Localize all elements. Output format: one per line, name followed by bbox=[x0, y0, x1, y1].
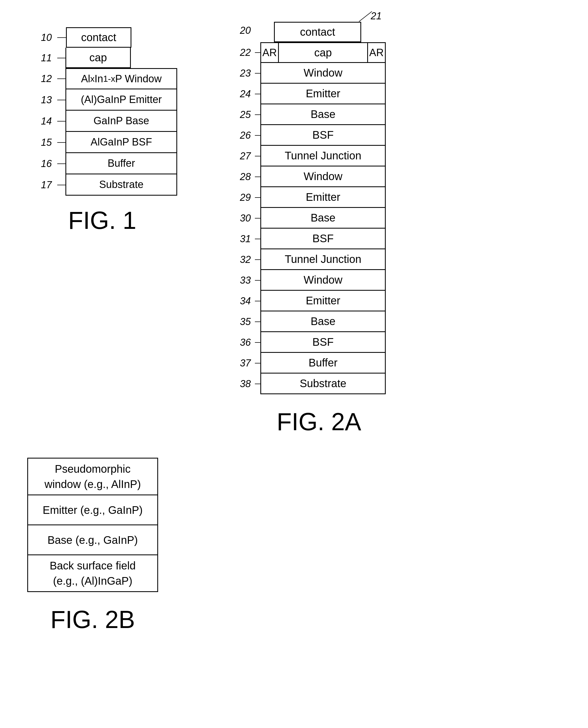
layer-num-16: 16 bbox=[27, 158, 52, 170]
table-row: 35 Base bbox=[226, 311, 412, 332]
table-row: 17 Substrate bbox=[27, 174, 177, 196]
table-row: 22 AR cap AR bbox=[226, 42, 412, 63]
layer-box-cap: cap bbox=[65, 48, 131, 68]
table-row: 26 BSF bbox=[226, 125, 412, 146]
layer-num-25: 25 bbox=[226, 109, 251, 120]
fig2b-text-2: Base (e.g., GaInP) bbox=[47, 533, 138, 547]
layer-box-13: (Al)GaInP Emitter bbox=[65, 89, 177, 111]
table-row: 31 BSF bbox=[226, 228, 412, 249]
top-row: 10 contact 11 cap bbox=[27, 22, 561, 436]
layer-num-38: 38 bbox=[226, 378, 251, 390]
layer-24: Emitter bbox=[260, 84, 386, 104]
table-row: 32 Tunnel Junction bbox=[226, 249, 412, 270]
fig2b-stack: Pseudomorphicwindow (e.g., AlInP) Emitte… bbox=[27, 458, 158, 592]
ar-left: AR bbox=[260, 42, 279, 63]
table-row: 25 Base bbox=[226, 104, 412, 125]
table-row: 30 Base bbox=[226, 208, 412, 228]
table-row: 11 cap bbox=[27, 48, 177, 68]
table-row: 10 contact bbox=[27, 27, 177, 48]
layer-32: Tunnel Junction bbox=[260, 249, 386, 270]
layer-box-17: Substrate bbox=[65, 174, 177, 196]
layer-box-contact-2a: contact bbox=[274, 22, 361, 42]
fig2b-cell-2: Base (e.g., GaInP) bbox=[28, 525, 157, 555]
fig2a-title: FIG. 2A bbox=[277, 408, 361, 436]
layer-num-11: 11 bbox=[27, 52, 52, 64]
layer-num-10: 10 bbox=[27, 32, 52, 43]
table-row: 27 Tunnel Junction bbox=[226, 146, 412, 167]
layer-35: Base bbox=[260, 311, 386, 332]
layer-num-35: 35 bbox=[226, 316, 251, 328]
layer-num-12: 12 bbox=[27, 73, 52, 85]
table-row: 38 Substrate bbox=[226, 374, 412, 394]
fig1-stack-wrapper: 10 contact 11 cap bbox=[27, 27, 177, 196]
layer-num-34: 34 bbox=[226, 295, 251, 307]
layer-num-32: 32 bbox=[226, 254, 251, 265]
table-row: 36 BSF bbox=[226, 332, 412, 353]
fig2b-cell-3: Back surface field(e.g., (Al)InGaP) bbox=[28, 555, 157, 591]
layer-23: Window bbox=[260, 63, 386, 84]
layer-num-14: 14 bbox=[27, 115, 52, 127]
layer-num-33: 33 bbox=[226, 274, 251, 286]
layer-box-15: AlGaInP BSF bbox=[65, 132, 177, 153]
fig1-section: 10 contact 11 cap bbox=[27, 22, 177, 235]
layer-34: Emitter bbox=[260, 291, 386, 311]
fig2b-cell-1: Emitter (e.g., GaInP) bbox=[28, 495, 157, 525]
layer-num-27: 27 bbox=[226, 150, 251, 162]
layer-num-23: 23 bbox=[226, 68, 251, 79]
layer-num-20: 20 bbox=[226, 25, 251, 42]
layer-num-28: 28 bbox=[226, 171, 251, 182]
table-row: 12 AlxIn1-xP Window bbox=[27, 68, 177, 89]
fig2b-section: Pseudomorphicwindow (e.g., AlInP) Emitte… bbox=[27, 458, 158, 634]
layer-num-26: 26 bbox=[226, 130, 251, 141]
fig2b-title: FIG. 2B bbox=[50, 606, 135, 634]
layer-box-12: AlxIn1-xP Window bbox=[65, 68, 177, 89]
fig2b-text-0: Pseudomorphicwindow (e.g., AlInP) bbox=[44, 461, 141, 492]
layer-num-15: 15 bbox=[27, 137, 52, 148]
table-row: 23 Window bbox=[226, 63, 412, 84]
layer-28: Window bbox=[260, 167, 386, 187]
bottom-row: Pseudomorphicwindow (e.g., AlInP) Emitte… bbox=[27, 458, 561, 634]
contact-row-top: 20 contact 21 bbox=[226, 22, 412, 42]
fig2b-text-1: Emitter (e.g., GaInP) bbox=[43, 503, 143, 517]
fig2a-main-stack: 23 Window 24 Emitter 25 Base bbox=[226, 63, 412, 394]
layer-box-16: Buffer bbox=[65, 153, 177, 174]
table-row: 28 Window bbox=[226, 167, 412, 187]
fig1-layer-stack: 10 contact 11 cap bbox=[27, 27, 177, 196]
table-row: 33 Window bbox=[226, 270, 412, 291]
layer-num-29: 29 bbox=[226, 192, 251, 203]
layer-num-36: 36 bbox=[226, 337, 251, 348]
table-row: 29 Emitter bbox=[226, 187, 412, 208]
layer-38: Substrate bbox=[260, 374, 386, 394]
fig2a-stack-wrapper: 20 contact 21 22 bbox=[226, 22, 412, 394]
layer-30: Base bbox=[260, 208, 386, 228]
fig2b-text-3: Back surface field(e.g., (Al)InGaP) bbox=[49, 558, 136, 589]
layer-num-31: 31 bbox=[226, 233, 251, 245]
ar-right: AR bbox=[367, 42, 386, 63]
layer-box-contact: contact bbox=[66, 27, 131, 48]
corner-label-21: 21 bbox=[371, 10, 382, 22]
table-row: 16 Buffer bbox=[27, 153, 177, 174]
fig1-main-stack: 12 AlxIn1-xP Window 13 (Al)GaInP Emitter… bbox=[27, 68, 177, 196]
cap-cell: cap bbox=[279, 42, 367, 63]
table-row: 13 (Al)GaInP Emitter bbox=[27, 89, 177, 111]
layer-31: BSF bbox=[260, 228, 386, 249]
table-row: 37 Buffer bbox=[226, 353, 412, 374]
layer-num-13: 13 bbox=[27, 94, 52, 106]
table-row: 34 Emitter bbox=[226, 291, 412, 311]
layer-num-17: 17 bbox=[27, 179, 52, 191]
layer-26: BSF bbox=[260, 125, 386, 146]
layer-37: Buffer bbox=[260, 353, 386, 374]
layer-num-24: 24 bbox=[226, 88, 251, 100]
layer-num-37: 37 bbox=[226, 357, 251, 369]
fig2a-section: 20 contact 21 22 bbox=[226, 22, 412, 436]
table-row: 24 Emitter bbox=[226, 84, 412, 104]
table-row: 15 AlGaInP BSF bbox=[27, 132, 177, 153]
fig1-title: FIG. 1 bbox=[68, 206, 136, 235]
layer-num-30: 30 bbox=[226, 213, 251, 224]
layer-25: Base bbox=[260, 104, 386, 125]
page: 10 contact 11 cap bbox=[0, 0, 588, 728]
layer-36: BSF bbox=[260, 332, 386, 353]
layer-29: Emitter bbox=[260, 187, 386, 208]
ar-cap-row: AR cap AR bbox=[260, 42, 386, 63]
layer-27: Tunnel Junction bbox=[260, 146, 386, 167]
